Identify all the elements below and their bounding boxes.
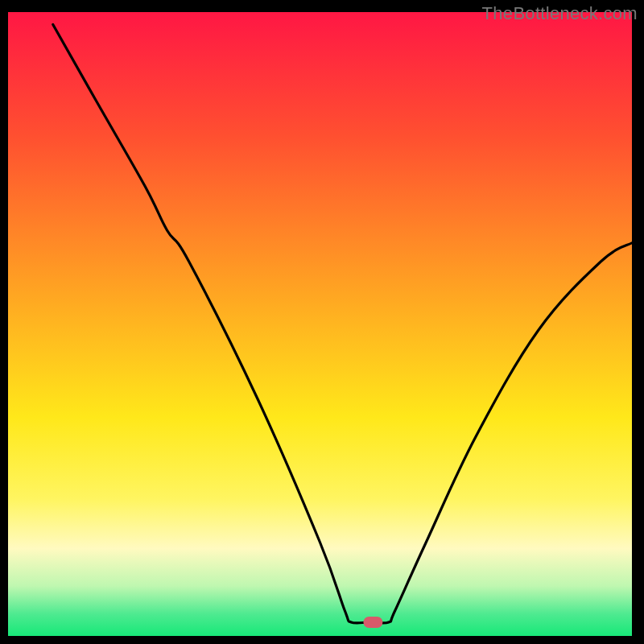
chart-frame [0,636,644,644]
optimal-marker [363,617,382,628]
chart-frame [0,0,8,644]
chart-frame [632,0,644,644]
chart-canvas [0,0,644,644]
bottleneck-chart: TheBottleneck.com [0,0,644,644]
watermark-label: TheBottleneck.com [482,3,638,24]
